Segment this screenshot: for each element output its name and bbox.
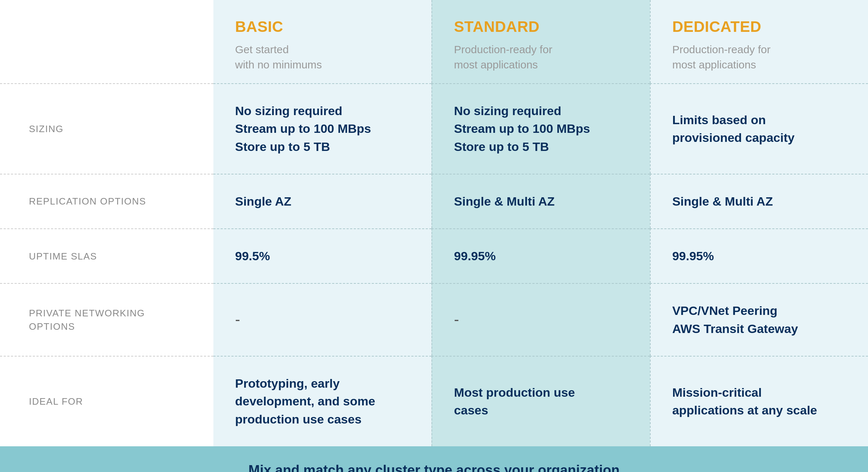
uptime-standard: 99.95% <box>431 228 650 283</box>
uptime-label: UPTIME SLAS <box>29 250 97 263</box>
idealfor-label-cell: IDEAL FOR <box>0 356 213 446</box>
replication-dedicated-text: Single & Multi AZ <box>672 193 773 210</box>
header-empty-cell <box>0 0 213 83</box>
footer-text: Mix and match any cluster type across yo… <box>248 463 620 472</box>
networking-basic-text: - <box>235 309 240 331</box>
standard-header: STANDARD Production-ready formost applic… <box>431 0 650 83</box>
sizing-basic: No sizing requiredStream up to 100 MBpsS… <box>213 83 431 174</box>
uptime-label-cell: UPTIME SLAS <box>0 228 213 283</box>
sizing-standard-text: No sizing requiredStream up to 100 MBpsS… <box>454 102 590 156</box>
idealfor-dedicated-text: Mission-criticalapplications at any scal… <box>672 384 817 420</box>
networking-label-cell: PRIVATE NETWORKINGOPTIONS <box>0 283 213 356</box>
basic-header: BASIC Get startedwith no minimums <box>213 0 431 83</box>
networking-dedicated: VPC/VNet PeeringAWS Transit Gateway <box>650 283 868 356</box>
sizing-basic-text: No sizing requiredStream up to 100 MBpsS… <box>235 102 371 156</box>
networking-basic: - <box>213 283 431 356</box>
idealfor-standard: Most production usecases <box>431 356 650 446</box>
replication-standard-text: Single & Multi AZ <box>454 193 554 210</box>
idealfor-basic: Prototyping, earlydevelopment, and somep… <box>213 356 431 446</box>
replication-label: REPLICATION OPTIONS <box>29 195 146 208</box>
idealfor-basic-text: Prototyping, earlydevelopment, and somep… <box>235 375 375 428</box>
uptime-standard-text: 99.95% <box>454 247 495 265</box>
replication-basic: Single AZ <box>213 174 431 228</box>
sizing-standard: No sizing requiredStream up to 100 MBpsS… <box>431 83 650 174</box>
replication-dedicated: Single & Multi AZ <box>650 174 868 228</box>
replication-basic-text: Single AZ <box>235 193 292 210</box>
sizing-label: SIZING <box>29 122 64 135</box>
dedicated-tier-desc: Production-ready formost applications <box>672 42 846 72</box>
idealfor-dedicated: Mission-criticalapplications at any scal… <box>650 356 868 446</box>
standard-tier-name: STANDARD <box>454 18 628 35</box>
page-wrapper: BASIC Get startedwith no minimums STANDA… <box>0 0 868 472</box>
networking-label: PRIVATE NETWORKINGOPTIONS <box>29 307 145 333</box>
sizing-dedicated: Limits based onprovisioned capacity <box>650 83 868 174</box>
standard-tier-desc: Production-ready formost applications <box>454 42 628 72</box>
sizing-label-cell: SIZING <box>0 83 213 174</box>
comparison-table: BASIC Get startedwith no minimums STANDA… <box>0 0 868 472</box>
idealfor-label: IDEAL FOR <box>29 395 83 408</box>
dedicated-header: DEDICATED Production-ready formost appli… <box>650 0 868 83</box>
basic-tier-desc: Get startedwith no minimums <box>235 42 410 72</box>
dedicated-tier-name: DEDICATED <box>672 18 846 35</box>
uptime-dedicated: 99.95% <box>650 228 868 283</box>
basic-tier-name: BASIC <box>235 18 410 35</box>
replication-label-cell: REPLICATION OPTIONS <box>0 174 213 228</box>
sizing-dedicated-text: Limits based onprovisioned capacity <box>672 111 795 147</box>
uptime-dedicated-text: 99.95% <box>672 247 714 265</box>
uptime-basic: 99.5% <box>213 228 431 283</box>
networking-standard: - <box>431 283 650 356</box>
networking-standard-text: - <box>454 309 459 331</box>
idealfor-standard-text: Most production usecases <box>454 384 575 420</box>
networking-dedicated-text: VPC/VNet PeeringAWS Transit Gateway <box>672 302 798 338</box>
footer-row: Mix and match any cluster type across yo… <box>0 446 868 472</box>
uptime-basic-text: 99.5% <box>235 247 270 265</box>
replication-standard: Single & Multi AZ <box>431 174 650 228</box>
